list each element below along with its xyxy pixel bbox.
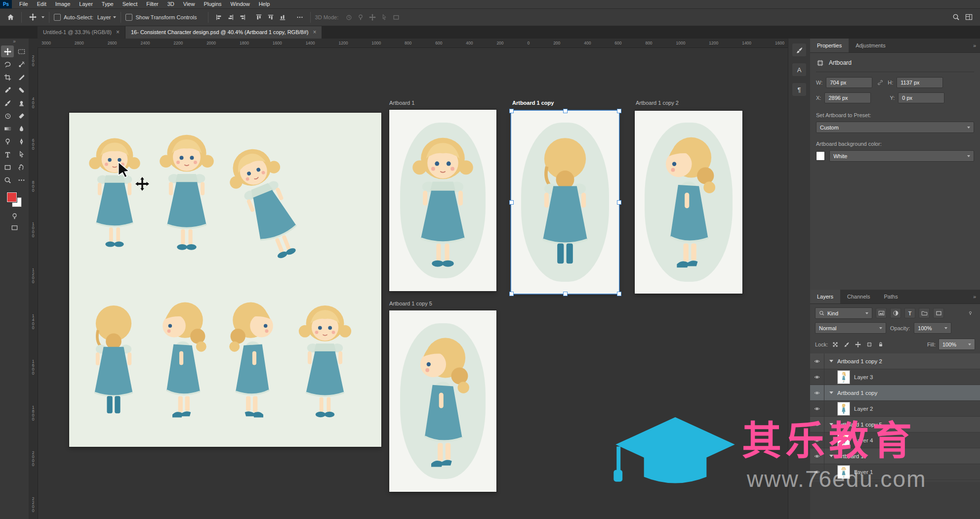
tab-layers[interactable]: Layers	[810, 290, 840, 303]
layer-row-artboard-1-copy-selected[interactable]: Artboard 1 copy	[810, 385, 980, 401]
expand-chevron-icon[interactable]	[829, 455, 833, 457]
expand-chevron-icon[interactable]	[829, 360, 833, 362]
menu-plugins[interactable]: Plugins	[199, 0, 226, 8]
menu-image[interactable]: Image	[51, 0, 75, 8]
artboard-1-copy[interactable]	[511, 111, 619, 294]
lock-artboard-icon[interactable]	[865, 341, 873, 348]
align-left-icon[interactable]	[213, 12, 224, 23]
layer-name[interactable]: Layer 4	[854, 437, 873, 443]
filter-shape-layers-icon[interactable]	[919, 308, 930, 318]
lock-position-icon[interactable]	[854, 341, 862, 348]
align-bottom-icon[interactable]	[277, 12, 288, 23]
blur-tool[interactable]	[15, 123, 28, 134]
character-panel-icon[interactable]: A	[792, 63, 806, 76]
artboard-reference-sheet[interactable]	[69, 113, 381, 447]
artboard-label[interactable]: Artboard 1 copy 5	[389, 301, 432, 306]
quick-selection-tool[interactable]	[15, 58, 28, 70]
healing-brush-tool[interactable]	[15, 84, 28, 96]
menu-edit[interactable]: Edit	[33, 0, 51, 8]
active-tool-icon[interactable]	[26, 11, 39, 24]
artboard-1[interactable]	[389, 110, 496, 291]
menu-layer[interactable]: Layer	[75, 0, 97, 8]
selection-handle[interactable]	[617, 292, 621, 296]
show-transform-checkbox[interactable]	[125, 14, 132, 21]
lock-transparency-icon[interactable]	[831, 341, 839, 348]
document-tab-character-design[interactable]: 16- Consistent Character design.psd @ 40…	[125, 26, 322, 39]
layer-row-layer-2[interactable]: Layer 2	[810, 401, 980, 417]
layer-thumbnail[interactable]	[837, 402, 850, 416]
foreground-color-swatch[interactable]	[7, 192, 17, 202]
artboard-1-copy-5[interactable]	[389, 310, 496, 492]
hand-tool[interactable]	[15, 161, 28, 173]
layer-name[interactable]: Artboard 1	[837, 453, 864, 459]
layer-row-layer-3[interactable]: Layer 3	[810, 369, 980, 385]
home-button[interactable]	[4, 11, 17, 24]
filter-type-layers-icon[interactable]: T	[904, 308, 915, 318]
blend-mode-dropdown[interactable]: Normal	[815, 322, 886, 334]
tab-adjustments[interactable]: Adjustments	[849, 39, 893, 52]
visibility-toggle-icon[interactable]	[810, 464, 824, 479]
menu-file[interactable]: File	[15, 0, 33, 8]
layer-thumbnail[interactable]	[837, 465, 850, 479]
edit-toolbar-icon[interactable]	[15, 174, 28, 186]
preset-dropdown[interactable]: Custom	[816, 122, 974, 133]
menu-view[interactable]: View	[179, 0, 200, 8]
layer-name[interactable]: Layer 2	[854, 406, 873, 412]
brush-settings-panel-icon[interactable]	[792, 43, 806, 56]
artboard-1-copy-2[interactable]	[635, 111, 742, 294]
align-middle-icon[interactable]	[265, 12, 276, 23]
tab-properties[interactable]: Properties	[810, 39, 849, 52]
layer-row-artboard-1[interactable]: Artboard 1	[810, 448, 980, 464]
dodge-tool[interactable]	[1, 135, 14, 147]
visibility-toggle-icon[interactable]	[810, 401, 824, 416]
layer-name[interactable]: Artboard 1 copy 2	[837, 358, 882, 364]
layer-name[interactable]: Layer 1	[854, 469, 873, 475]
y-field[interactable]: 0 px	[898, 92, 944, 103]
layer-row-artboard-1-copy-2[interactable]: Artboard 1 copy 2	[810, 353, 980, 369]
menu-select[interactable]: Select	[118, 0, 142, 8]
ruler-origin-corner[interactable]	[29, 39, 38, 48]
layer-name[interactable]: Artboard 1 copy 5	[837, 422, 882, 428]
expand-chevron-icon[interactable]	[829, 423, 833, 426]
close-tab-icon[interactable]: ×	[313, 29, 316, 36]
selection-handle[interactable]	[563, 109, 568, 113]
tab-channels[interactable]: Channels	[840, 290, 877, 303]
selection-handle[interactable]	[563, 292, 568, 296]
align-right-icon[interactable]	[237, 12, 248, 23]
auto-select-checkbox[interactable]	[54, 14, 61, 21]
layer-name[interactable]: Layer 3	[854, 374, 873, 380]
layer-row-artboard-1-copy-5[interactable]: Artboard 1 copy 5	[810, 417, 980, 432]
auto-select-dropdown[interactable]: Layer	[97, 14, 111, 20]
document-tab-untitled[interactable]: Untitled-1 @ 33.3% (RGB/8) ×	[38, 26, 125, 39]
toolbar-collapse-icon[interactable]: »	[0, 39, 29, 44]
artboard-label[interactable]: Artboard 1 copy 2	[636, 100, 679, 106]
layer-row-layer-4[interactable]: Layer 4	[810, 432, 980, 448]
menu-help[interactable]: Help	[254, 0, 275, 8]
selection-handle[interactable]	[509, 109, 514, 113]
tool-preset-caret-icon[interactable]	[41, 16, 44, 18]
selection-handle[interactable]	[509, 200, 514, 205]
more-align-options-icon[interactable]	[294, 12, 305, 23]
brush-tool[interactable]	[1, 97, 14, 109]
visibility-toggle-icon[interactable]	[810, 417, 824, 432]
width-field[interactable]: 704 px	[826, 77, 872, 88]
slice-tool[interactable]	[15, 71, 28, 83]
layer-row-layer-1[interactable]: Layer 1	[810, 464, 980, 480]
crop-tool[interactable]	[1, 71, 14, 83]
menu-3d[interactable]: 3D	[163, 0, 179, 8]
auto-select-caret-icon[interactable]	[113, 16, 116, 18]
lock-pixels-icon[interactable]	[842, 341, 851, 348]
x-field[interactable]: 2896 px	[824, 92, 871, 103]
expand-chevron-icon[interactable]	[829, 391, 833, 394]
visibility-toggle-icon[interactable]	[810, 369, 824, 385]
selection-handle[interactable]	[617, 109, 621, 113]
clone-stamp-tool[interactable]	[15, 97, 28, 109]
photoshop-logo[interactable]: Ps	[0, 0, 12, 8]
search-icon[interactable]	[949, 11, 962, 24]
filter-toggle-icon[interactable]	[965, 308, 975, 318]
close-tab-icon[interactable]: ×	[116, 29, 120, 36]
layer-name[interactable]: Artboard 1 copy	[837, 390, 877, 396]
artboard-label[interactable]: Artboard 1	[389, 100, 414, 106]
opacity-dropdown[interactable]: 100%	[914, 322, 951, 334]
rectangle-tool[interactable]	[1, 161, 14, 173]
